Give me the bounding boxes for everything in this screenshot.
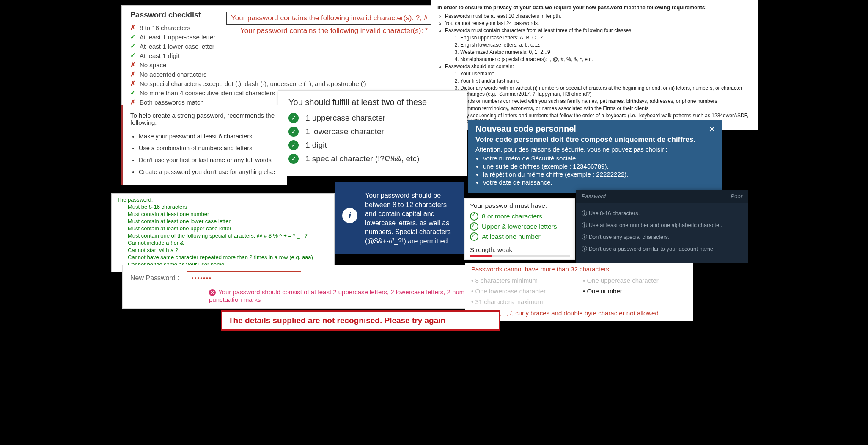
privacy-item: Passwords must contain characters from a… <box>445 28 752 33</box>
password-rating: Poor <box>731 193 742 199</box>
checklist-item: ✗No accented characters <box>130 69 424 79</box>
dark-tip: Don't use a password similar to your acc… <box>582 245 742 253</box>
not-recognised-banner: The details supplied are not recognised.… <box>221 310 500 331</box>
fr-subtitle: Votre code personnel doit être composé u… <box>475 135 714 144</box>
check-icon: ✓ <box>130 42 140 50</box>
green-rule: Must contain at least one number <box>128 211 329 217</box>
fulfill-item: ✓1 special character (!?€%&, etc) <box>288 154 457 164</box>
check-icon <box>470 212 478 221</box>
invalid-chars-error-1: Your password contains the following inv… <box>226 12 432 25</box>
check-icon: ✓ <box>288 140 299 150</box>
green-rule: Must contain one of the following specia… <box>128 232 329 239</box>
strength-label: Strength: weak <box>470 246 570 253</box>
info-icon: i <box>342 208 357 223</box>
hint-item: 8 characters minimum <box>471 277 575 284</box>
check-icon <box>470 232 478 241</box>
privacy-not-item: Common terminology, acronyms, or names a… <box>460 105 752 111</box>
privacy-not-item: Words or numbers connected with you such… <box>460 98 752 104</box>
must-item: 8 or more characters <box>470 212 570 221</box>
french-panel: ✕ Nouveau code personnel Votre code pers… <box>468 120 722 193</box>
fr-item: votre date de naissance. <box>483 179 714 186</box>
tips-panel: To help create a strong password, recomm… <box>121 105 287 185</box>
x-icon: ✗ <box>130 24 140 31</box>
collage: Password checklist ✗8 to 16 characters✓A… <box>110 0 758 332</box>
x-icon: ✗ <box>130 80 140 87</box>
green-rule: Must contain at least one lower case let… <box>128 218 329 224</box>
green-rule: Cannot have same character repeated more… <box>128 254 329 260</box>
must-title: Your password must have: <box>470 202 570 210</box>
blue-info-panel: i Your password should be between 8 to 1… <box>335 182 464 254</box>
close-icon[interactable]: ✕ <box>709 124 716 134</box>
hints-error: Passwords cannot have more than 32 chara… <box>471 265 687 273</box>
fr-title: Nouveau code personnel <box>475 124 714 134</box>
green-rule: Cannot start with a ? <box>128 247 329 253</box>
privacy-class-item: English lowercase letters: a, b, c...z <box>460 42 752 48</box>
privacy-class-item: Westernized Arabic numerals: 0, 1, 2...9 <box>460 49 752 55</box>
privacy-requirements-panel: In order to ensure the privacy of your d… <box>431 0 758 130</box>
green-title: The password: <box>117 196 329 203</box>
password-placeholder: Password <box>582 193 606 199</box>
green-rule: Cannot include a ! or & <box>128 240 329 246</box>
checklist-item: ✓At least 1 lower-case letter <box>130 41 424 51</box>
checklist-item: ✗No space <box>130 60 424 69</box>
privacy-not-lead: Passwords should not contain: <box>445 64 752 69</box>
hint-item: One uppercase character <box>583 277 687 284</box>
tips-lead: To help create a strong password, recomm… <box>130 112 279 126</box>
check-icon: ✓ <box>130 52 140 59</box>
privacy-not-item: Your first and/or last name <box>460 78 752 84</box>
must-item: At least one number <box>470 232 570 241</box>
hints-red: Spaces, ?, .., /, curly braces and doubl… <box>471 310 687 317</box>
dark-tip: Don't use any special characters. <box>582 233 742 241</box>
fr-list: votre numéro de Sécurité sociale,une sui… <box>483 155 714 186</box>
privacy-class-item: Nonalphanumeric (special characters): !,… <box>460 56 752 62</box>
check-icon: ✓ <box>130 89 140 97</box>
checklist-item: ✓At least 1 digit <box>130 51 424 60</box>
invalid-chars-error-2: Your password contains the following inv… <box>236 25 439 37</box>
tip-item: Create a password you don't use for anyt… <box>139 166 279 178</box>
must-item: Upper & lowercase letters <box>470 222 570 231</box>
privacy-item: Passwords must be at least 10 characters… <box>445 13 752 19</box>
tip-item: Use a combination of numbers and letters <box>139 142 279 154</box>
fulfill-item: ✓1 uppercase character <box>288 113 457 123</box>
privacy-not-item: Dictionary words with or without (i) num… <box>460 85 752 97</box>
fr-attention: Attention, pour des raisons de sécurité,… <box>475 146 714 153</box>
checklist-item: ✗No special characters except: dot (.), … <box>130 79 424 88</box>
fulfill-item: ✓1 digit <box>288 140 457 150</box>
new-password-label: New Password : <box>130 274 179 282</box>
tip-item: Make your password at least 6 characters <box>139 130 279 142</box>
check-icon: ✓ <box>130 33 140 41</box>
privacy-item: You cannot reuse your last 24 passwords. <box>445 20 752 26</box>
error-icon: ✕ <box>209 289 216 296</box>
fulfill-item: ✓1 lowercase character <box>288 127 457 137</box>
dark-password-panel: Password Poor Use 8-16 characters.Use at… <box>576 190 748 263</box>
fulfill-heading: You should fulfill at least two of these <box>288 97 457 107</box>
green-rule: Must contain at least one upper case let… <box>128 225 329 232</box>
x-icon: ✗ <box>130 70 140 78</box>
must-have-panel: Your password must have: 8 or more chara… <box>464 198 575 260</box>
blue-text: Your password should be between 8 to 12 … <box>365 191 457 246</box>
new-password-error: ✕Your password should consist of at leas… <box>209 288 503 303</box>
new-password-form: New Password : ✕Your password should con… <box>122 265 511 309</box>
check-icon <box>470 222 478 231</box>
dark-tip: Use at least one number and one alphabet… <box>582 221 742 229</box>
tip-item: Don't use your first or last name or any… <box>139 154 279 166</box>
hint-item: 31 characters maximum <box>471 298 575 305</box>
password-input[interactable]: Password Poor <box>576 190 748 203</box>
green-rule: Must be 8-16 characters <box>128 204 329 210</box>
fulfill-panel: You should fulfill at least two of these… <box>278 90 467 176</box>
privacy-top-list: Passwords must be at least 10 characters… <box>445 13 752 124</box>
x-icon: ✗ <box>130 61 140 69</box>
fr-item: la répétition du même chiffre (exemple :… <box>483 171 714 178</box>
check-icon: ✓ <box>288 154 299 164</box>
fr-item: votre numéro de Sécurité sociale, <box>483 155 714 162</box>
hint-item: One lowercase character <box>471 287 575 295</box>
privacy-class-item: English uppercase letters: A, B, C...Z <box>460 35 752 41</box>
new-password-input[interactable] <box>187 271 301 285</box>
strength-bar <box>470 255 570 257</box>
tips-list: Make your password at least 6 characters… <box>130 130 279 178</box>
privacy-lead: In order to ensure the privacy of your d… <box>437 5 752 11</box>
green-rules-panel: The password: Must be 8-16 charactersMus… <box>111 193 335 272</box>
check-icon: ✓ <box>288 127 299 137</box>
privacy-not-item: Your username <box>460 71 752 77</box>
dark-tip: Use 8-16 characters. <box>582 210 742 217</box>
